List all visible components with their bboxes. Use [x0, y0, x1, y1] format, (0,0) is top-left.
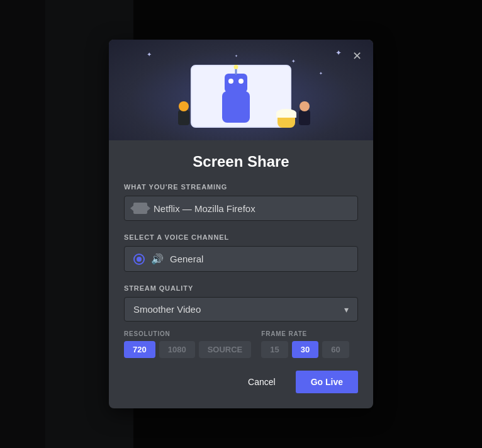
- frame-rate-buttons: 15 30 60: [261, 341, 358, 358]
- streaming-value: Netflix — Mozilla Firefox: [154, 203, 255, 214]
- streaming-label: WHAT YOU'RE STREAMING: [124, 183, 358, 191]
- chevron-down-icon: ▾: [344, 305, 349, 315]
- resolution-group: RESOLUTION 720 1080 SOURCE: [124, 330, 251, 358]
- star-decoration: ✦: [147, 51, 152, 58]
- robot-body: [222, 91, 250, 123]
- resolution-source-button: SOURCE: [199, 341, 252, 358]
- stream-quality-label: STREAM QUALITY: [124, 284, 358, 292]
- modal-illustration: ✦ ✦ ✦ ✦ ✦: [109, 40, 373, 140]
- illustration-scene: [159, 52, 323, 140]
- resolution-buttons: 720 1080 SOURCE: [124, 341, 251, 358]
- popcorn-bowl: [277, 114, 295, 128]
- framerate-60-button: 60: [322, 341, 349, 358]
- framerate-30-button[interactable]: 30: [292, 341, 318, 358]
- modal-footer: Cancel Go Live: [109, 371, 373, 393]
- robot-eye-right: [238, 79, 244, 84]
- resolution-1080-button: 1080: [159, 341, 195, 358]
- close-button[interactable]: ✕: [348, 47, 366, 65]
- modal-body: Screen Share WHAT YOU'RE STREAMING Netfl…: [109, 153, 373, 358]
- framerate-15-button[interactable]: 15: [261, 341, 288, 358]
- robot-eye-left: [228, 79, 233, 84]
- frame-rate-group: FRAME RATE 15 30 60: [261, 330, 358, 358]
- frame-rate-label: FRAME RATE: [261, 330, 358, 337]
- stream-quality-section: STREAM QUALITY Smoother Video ▾ RESOLUTI…: [124, 284, 358, 358]
- modal-overlay: ✦ ✦ ✦ ✦ ✦: [0, 0, 482, 448]
- quality-dropdown[interactable]: Smoother Video ▾: [124, 297, 358, 322]
- robot-head: [225, 74, 247, 92]
- screen-share-modal: ✦ ✦ ✦ ✦ ✦: [109, 40, 373, 408]
- voice-channel-box[interactable]: 🔊 General: [124, 246, 358, 272]
- streaming-box: Netflix — Mozilla Firefox: [124, 196, 358, 221]
- speaker-icon: 🔊: [151, 253, 164, 265]
- cancel-button[interactable]: Cancel: [235, 371, 288, 393]
- char-head: [179, 101, 189, 111]
- robot-antenna: [235, 67, 237, 75]
- modal-title: Screen Share: [124, 153, 358, 171]
- monitor-icon: [133, 203, 147, 214]
- radio-button[interactable]: [133, 254, 145, 265]
- channel-name: General: [170, 254, 203, 264]
- close-icon: ✕: [352, 49, 362, 63]
- illus-char-right: [299, 110, 310, 125]
- illus-robot: [222, 91, 250, 123]
- go-live-button[interactable]: Go Live: [296, 371, 358, 393]
- resolution-720-button[interactable]: 720: [124, 341, 155, 358]
- quality-dropdown-text: Smoother Video: [133, 304, 201, 315]
- radio-inner: [137, 257, 142, 262]
- char-body: [299, 110, 310, 125]
- illus-popcorn: [277, 114, 295, 128]
- char-body: [178, 110, 189, 125]
- quality-options: RESOLUTION 720 1080 SOURCE FRAME RATE 15…: [124, 330, 358, 358]
- illus-char-left: [178, 110, 189, 125]
- resolution-label: RESOLUTION: [124, 330, 251, 337]
- star-decoration: ✦: [335, 48, 342, 57]
- char-head: [300, 101, 310, 111]
- voice-channel-label: SELECT A VOICE CHANNEL: [124, 233, 358, 241]
